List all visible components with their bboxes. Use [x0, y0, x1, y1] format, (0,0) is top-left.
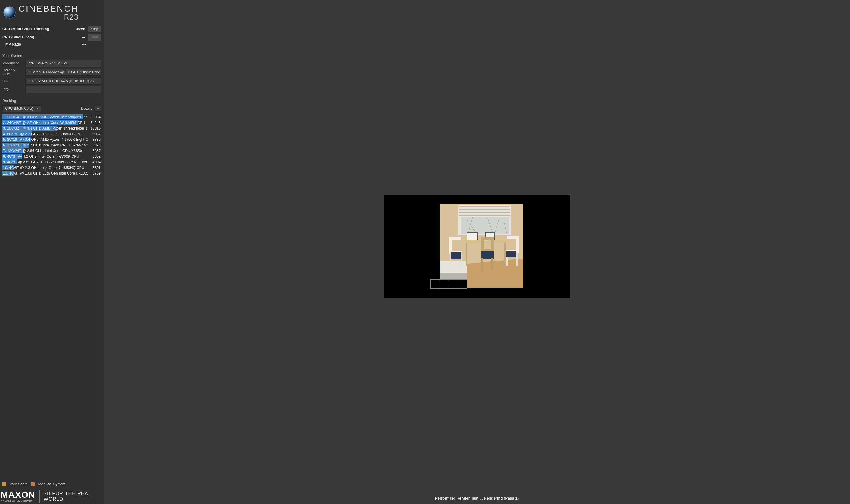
svg-rect-33 [481, 237, 494, 239]
sidebar: CINEBENCH R23 CPU (Multi Core) Running .… [0, 0, 104, 504]
svg-rect-37 [491, 258, 493, 270]
ranking-score: 30054 [88, 115, 101, 119]
chevron-down-icon: ▼ [36, 107, 39, 110]
ranking-legend: Your Score Identical System [0, 480, 104, 488]
render-viewport [384, 195, 570, 298]
footer-divider [39, 490, 40, 503]
ranking-score: 16315 [88, 126, 101, 130]
ranking-list: 1. 32C/64T @ 3 GHz, AMD Ryzen Threadripp… [0, 113, 104, 480]
tests-panel: CPU (Multi Core) Running ... 06:58 Stop … [0, 24, 104, 49]
render-tile [431, 279, 440, 289]
identical-system-swatch [31, 482, 35, 486]
ranking-text: 8. 4C/8T @ 4.2 GHz, Intel Core i7-7700K … [3, 155, 88, 159]
svg-rect-7 [461, 216, 509, 234]
ranking-score: 8889 [88, 138, 101, 142]
details-dropdown-button[interactable]: ▼ [95, 106, 101, 111]
cores-field[interactable]: 2 Cores, 4 Threads @ 1.2 GHz (Single Cor… [25, 69, 101, 76]
multicore-stop-button[interactable]: Stop [88, 26, 101, 32]
ranking-text: 1. 32C/64T @ 3 GHz, AMD Ryzen Threadripp… [3, 115, 88, 119]
cinebench-logo-icon [3, 6, 16, 19]
svg-rect-22 [464, 240, 508, 243]
ranking-score: 8378 [88, 143, 101, 147]
render-tile [440, 279, 449, 289]
ranking-score: 3769 [88, 171, 101, 175]
svg-rect-34 [481, 249, 494, 251]
legend-your-score: Your Score [10, 482, 28, 486]
ranking-row[interactable]: 9. 4C/8T @ 2.81 GHz, 11th Gen Intel Core… [2, 159, 101, 165]
svg-rect-43 [506, 251, 516, 257]
os-field[interactable]: macOS: Version 10.14.6 (Build 18G103) [25, 77, 101, 85]
ranking-row[interactable]: 11. 4C/8T @ 1.69 GHz, 11th Gen Intel Cor… [2, 170, 101, 176]
info-label: Info [2, 87, 22, 91]
ranking-score: 4904 [88, 160, 101, 164]
ranking-text: 2. 24C/48T @ 2.7 GHz, Intel Xeon W-3265M… [3, 121, 88, 125]
ranking-text: 4. 8C/16T @ 2.3 GHz, Intel Core i9-9880H… [3, 132, 88, 136]
ranking-row[interactable]: 10. 4C/8T @ 2.3 GHz, Intel Core i7-4850H… [2, 165, 101, 170]
system-panel: Processor Intel Core m3-7Y32 CPU Cores x… [0, 59, 104, 93]
footer: MAXON A NEMETSCHEK COMPANY 3D FOR THE RE… [0, 488, 104, 504]
ranking-title: Ranking [0, 97, 104, 104]
render-tile [458, 279, 468, 289]
ranking-mode-value: CPU (Multi Core) [5, 107, 33, 111]
singlecore-value: --- [76, 35, 85, 39]
svg-rect-30 [451, 252, 461, 259]
mpratio-label: MP Ratio [5, 42, 21, 47]
render-preview-image [440, 204, 523, 288]
ranking-text: 11. 4C/8T @ 1.69 GHz, 11th Gen Intel Cor… [3, 171, 88, 175]
app-version: R23 [18, 14, 79, 21]
singlecore-label: CPU (Single Core) [2, 35, 34, 39]
render-tiles [431, 279, 467, 289]
ranking-text: 9. 4C/8T @ 2.81 GHz, 11th Gen Intel Core… [3, 160, 88, 164]
system-section-title: Your System [0, 53, 104, 59]
details-label: Details [81, 107, 92, 111]
mpratio-value: --- [77, 42, 86, 47]
ranking-score: 6302 [88, 155, 101, 159]
processor-field[interactable]: Intel Core m3-7Y32 CPU [25, 60, 101, 67]
ranking-row[interactable]: 6. 12C/24T @ 2.7 GHz, Intel Xeon CPU E5-… [2, 142, 101, 148]
status-text: Performing Render Test ... Rendering (Pa… [435, 496, 519, 501]
ranking-text: 3. 16C/32T @ 3.4 GHz, AMD Ryzen Threadri… [3, 126, 88, 130]
ranking-row[interactable]: 1. 32C/64T @ 3 GHz, AMD Ryzen Threadripp… [2, 114, 101, 120]
footer-tagline: 3D FOR THE REAL WORLD [44, 491, 103, 502]
os-label: OS [2, 79, 22, 83]
ranking-row[interactable]: 4. 8C/16T @ 2.3 GHz, Intel Core i9-9880H… [2, 131, 101, 137]
ranking-score: 24243 [88, 121, 101, 125]
ranking-score: 6867 [88, 149, 101, 153]
svg-rect-35 [481, 251, 494, 258]
singlecore-start-button: Start [88, 34, 101, 40]
ranking-row[interactable]: 2. 24C/48T @ 2.7 GHz, Intel Xeon W-3265M… [2, 120, 101, 125]
ranking-row[interactable]: 5. 8C/16T @ 3.4 GHz, AMD Ryzen 7 1700X E… [2, 137, 101, 142]
cores-label: Cores x GHz [2, 68, 22, 76]
ranking-text: 10. 4C/8T @ 2.3 GHz, Intel Core i7-4850H… [3, 166, 88, 170]
your-score-swatch [2, 482, 6, 486]
svg-rect-36 [481, 258, 483, 271]
ranking-row[interactable]: 7. 12C/24T @ 2.66 GHz, Intel Xeon CPU X5… [2, 148, 101, 154]
svg-rect-20 [467, 233, 477, 240]
processor-label: Processor [2, 61, 22, 65]
ranking-row[interactable]: 3. 16C/32T @ 3.4 GHz, AMD Ryzen Threadri… [2, 125, 101, 131]
svg-rect-26 [449, 237, 452, 253]
render-viewport-area: Performing Render Test ... Rendering (Pa… [104, 0, 850, 504]
ranking-score: 9087 [88, 132, 101, 136]
chevron-down-icon: ▼ [97, 107, 100, 110]
ranking-text: 6. 12C/24T @ 2.7 GHz, Intel Xeon CPU E5-… [3, 143, 88, 147]
svg-rect-24 [504, 243, 506, 264]
test-multicore-row: CPU (Multi Core) Running ... 06:58 Stop [2, 25, 101, 33]
info-field[interactable] [25, 86, 101, 93]
ranking-mode-dropdown[interactable]: CPU (Multi Core) ▼ [2, 105, 41, 112]
multicore-label: CPU (Multi Core) [2, 27, 32, 31]
ranking-row[interactable]: 8. 4C/8T @ 4.2 GHz, Intel Core i7-7700K … [2, 154, 101, 159]
ranking-score: 3891 [88, 166, 101, 170]
legend-identical: Identical System [38, 482, 66, 486]
multicore-status: Running ... [34, 27, 53, 31]
render-tile [449, 279, 458, 289]
test-mpratio-row: MP Ratio --- [2, 41, 101, 47]
app-title: CINEBENCH [18, 4, 79, 13]
ranking-text: 7. 12C/24T @ 2.66 GHz, Intel Xeon CPU X5… [3, 149, 88, 153]
svg-rect-39 [516, 236, 519, 253]
brand-sub: A NEMETSCHEK COMPANY [1, 500, 33, 502]
brand-logo: MAXON [1, 490, 35, 499]
app-header: CINEBENCH R23 [0, 0, 104, 24]
ranking-text: 5. 8C/16T @ 3.4 GHz, AMD Ryzen 7 1700X E… [3, 138, 88, 142]
test-singlecore-row: CPU (Single Core) --- Start [2, 33, 101, 41]
